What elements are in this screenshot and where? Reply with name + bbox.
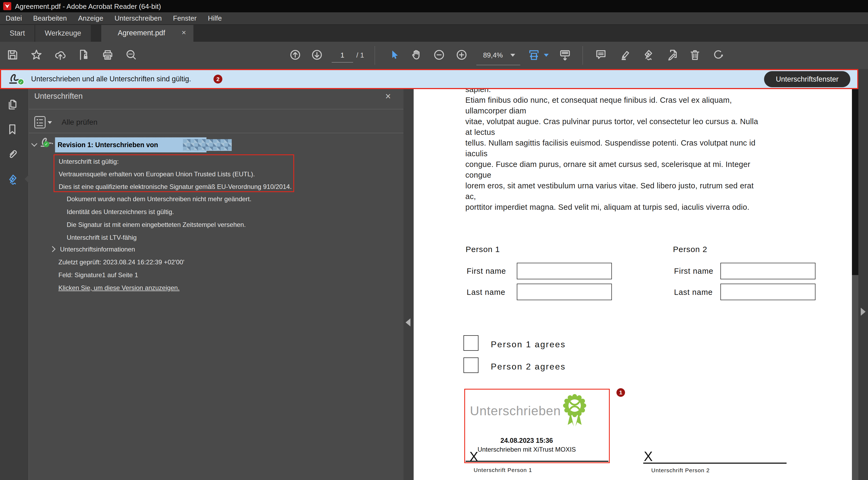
person2-first-name-label: First name bbox=[674, 267, 713, 276]
fit-width-caret-icon[interactable] bbox=[544, 54, 549, 57]
zoom-out-icon[interactable] bbox=[433, 49, 446, 62]
redacted-signer-name bbox=[183, 139, 232, 151]
valid-check-icon: ✓ bbox=[43, 141, 49, 147]
file-protect-icon[interactable] bbox=[78, 49, 90, 62]
revision-expander-icon[interactable] bbox=[31, 141, 37, 147]
signature-valid-icon: ✓ bbox=[40, 136, 54, 149]
person1-last-name-field[interactable] bbox=[517, 284, 612, 300]
menu-item[interactable]: Hilfe bbox=[202, 12, 227, 24]
status-line: Dies ist eine qualifizierte elektronisch… bbox=[59, 180, 293, 193]
paragraph-line: Etiam finibus odio nunc, et consequat ne… bbox=[465, 95, 808, 105]
signature-panel-button[interactable]: Unterschriftsfenster bbox=[764, 71, 850, 87]
status-line: Unterschrift ist gültig: bbox=[59, 155, 293, 168]
page-thumbnails-icon[interactable] bbox=[6, 98, 19, 111]
hand-tool-icon[interactable] bbox=[410, 49, 423, 62]
tab-tools[interactable]: Werkzeuge bbox=[35, 25, 91, 42]
tab-segment: Start Werkzeuge bbox=[0, 25, 91, 42]
revision-row[interactable]: Revision 1: Unterschrieben von bbox=[55, 137, 207, 152]
page-up-icon[interactable] bbox=[289, 49, 302, 62]
stamp-x-mark: X bbox=[469, 449, 478, 465]
menu-item[interactable]: Fenster bbox=[167, 12, 202, 24]
panel-divider bbox=[29, 133, 403, 133]
page-display-icon[interactable] bbox=[559, 49, 572, 62]
detail-item: Identität des Unterzeichners ist gültig. bbox=[67, 205, 252, 218]
panel-page-gutter bbox=[403, 89, 414, 480]
search-icon[interactable] bbox=[125, 49, 138, 62]
bookmarks-icon[interactable] bbox=[6, 123, 19, 136]
menu-item[interactable]: Bearbeiten bbox=[28, 12, 72, 24]
page-number-input[interactable]: 1 bbox=[332, 48, 353, 63]
panel-close-icon[interactable]: × bbox=[385, 91, 391, 102]
validate-options-caret-icon[interactable] bbox=[48, 121, 52, 124]
revision-label: Revision 1: Unterschrieben von bbox=[58, 141, 158, 149]
vertical-scrollbar[interactable] bbox=[852, 69, 858, 480]
tab-document[interactable]: Agreement.pdf × bbox=[101, 25, 193, 42]
person2-agrees-label: Person 2 agrees bbox=[491, 362, 566, 372]
paragraph-line: tellus. Nullam sagittis facilisis euismo… bbox=[465, 138, 808, 148]
signature-stamp-field[interactable]: Unterschrieben 24.08.2023 15:36 bbox=[464, 389, 610, 463]
fit-width-icon[interactable] bbox=[528, 49, 540, 62]
print-icon[interactable] bbox=[101, 49, 114, 62]
fill-sign-icon[interactable] bbox=[665, 49, 678, 62]
notification-message: Unterschrieben und alle Unterschriften s… bbox=[31, 75, 191, 83]
detail-item: Dokument wurde nach dem Unterschreiben n… bbox=[67, 193, 252, 205]
signature2-line[interactable] bbox=[643, 462, 786, 464]
paragraph-line: lorem eros, sit amet vestibulum urna var… bbox=[465, 180, 808, 191]
pdf-page: sapien.Etiam finibus odio nunc, et conse… bbox=[414, 69, 852, 480]
tab-close-icon[interactable]: × bbox=[182, 28, 186, 37]
signatures-icon[interactable] bbox=[6, 173, 19, 186]
signature1-annotation-badge: 1 bbox=[616, 388, 625, 397]
paragraph-line: ac, bbox=[465, 191, 808, 202]
person1-heading: Person 1 bbox=[466, 245, 500, 254]
cloud-upload-icon[interactable] bbox=[54, 49, 67, 62]
person1-agrees-label: Person 1 agrees bbox=[491, 340, 566, 349]
info-expander-icon[interactable] bbox=[50, 246, 56, 252]
menu-item[interactable]: Unterschreiben bbox=[109, 12, 167, 24]
comment-icon[interactable] bbox=[595, 49, 608, 62]
expand-tools-arrow-icon[interactable] bbox=[861, 308, 866, 316]
select-tool-icon[interactable] bbox=[388, 49, 401, 62]
rotate-pages-icon[interactable] bbox=[712, 49, 725, 62]
paragraph-line: iaculis bbox=[465, 148, 808, 159]
person1-agrees-checkbox[interactable] bbox=[463, 335, 478, 351]
left-navigation-rail bbox=[0, 89, 29, 480]
person2-agrees-checkbox[interactable] bbox=[463, 357, 478, 373]
save-icon[interactable] bbox=[6, 49, 19, 62]
title-bar: Agreement.pdf - Adobe Acrobat Reader (64… bbox=[0, 0, 868, 12]
menu-item[interactable]: Anzeige bbox=[72, 12, 109, 24]
view-version-link[interactable]: Klicken Sie, um diese Version anzuzeigen… bbox=[58, 284, 180, 292]
signature-detail-list: Dokument wurde nach dem Unterschreiben n… bbox=[67, 193, 252, 244]
collapse-panel-arrow-icon[interactable] bbox=[406, 318, 410, 327]
active-panel-notch bbox=[25, 175, 29, 183]
person2-last-name-label: Last name bbox=[674, 288, 713, 297]
banner-check-icon: ✓ bbox=[18, 79, 24, 85]
page-down-icon[interactable] bbox=[311, 49, 323, 62]
person1-first-name-field[interactable] bbox=[517, 263, 612, 279]
sign-icon[interactable] bbox=[641, 49, 654, 62]
signature-status-box: Unterschrift ist gültig:Vertrauensquelle… bbox=[54, 155, 294, 192]
document-paragraph: sapien.Etiam finibus odio nunc, et conse… bbox=[465, 84, 808, 212]
zoom-in-icon[interactable] bbox=[456, 49, 468, 62]
scrollbar-thumb[interactable] bbox=[852, 89, 858, 275]
person2-first-name-field[interactable] bbox=[720, 263, 815, 279]
person2-last-name-field[interactable] bbox=[720, 284, 815, 300]
attachments-icon[interactable] bbox=[6, 148, 19, 161]
person1-last-name-label: Last name bbox=[467, 288, 505, 297]
star-icon[interactable] bbox=[30, 49, 43, 62]
paragraph-line: vitae, volutpat augue. Cras pulvinar pur… bbox=[465, 116, 808, 127]
zoom-level-value[interactable]: 89,4% bbox=[477, 48, 509, 62]
last-checked-label: Zuletzt geprüft: 2023.08.24 16:22:39 +02… bbox=[58, 259, 184, 266]
highlight-icon[interactable] bbox=[619, 49, 632, 62]
notification-count-badge: 2 bbox=[214, 75, 222, 83]
menu-item[interactable]: Datei bbox=[0, 12, 28, 24]
stamp-subtitle: Unterschrieben mit XiTrust MOXIS bbox=[470, 446, 583, 453]
window-title: Agreement.pdf - Adobe Acrobat Reader (64… bbox=[15, 2, 161, 11]
zoom-caret-icon[interactable] bbox=[510, 54, 515, 57]
tab-start[interactable]: Start bbox=[0, 25, 35, 42]
validate-options-icon[interactable] bbox=[34, 116, 45, 129]
delete-pages-icon[interactable] bbox=[689, 49, 702, 62]
paragraph-line: congue. Fusce diam purus, ornare sit ame… bbox=[465, 159, 808, 170]
paragraph-line: porttitor imperdiet magna. Sed velit mi,… bbox=[465, 202, 808, 212]
signature-info-group[interactable]: Unterschriftsinformationen bbox=[60, 246, 135, 253]
validate-all-button[interactable]: Alle prüfen bbox=[62, 118, 97, 127]
